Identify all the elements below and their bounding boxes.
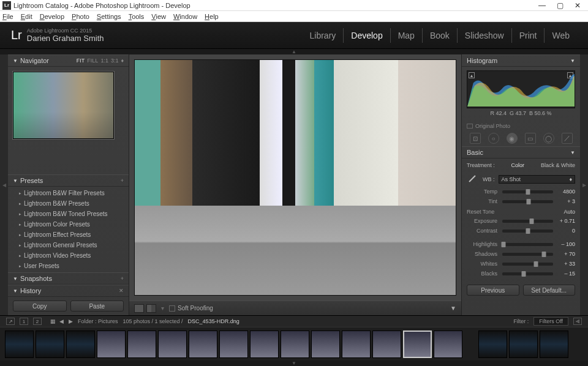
preset-folder[interactable]: Lightroom Color Presets xyxy=(8,219,129,230)
grid-view-icon[interactable]: ▦ xyxy=(50,318,55,324)
slider-value[interactable]: – 15 xyxy=(558,271,575,277)
preset-folder[interactable]: Lightroom Video Presets xyxy=(8,250,129,261)
filmstrip-thumb[interactable] xyxy=(219,331,248,358)
filter-value[interactable]: Filters Off xyxy=(533,317,568,326)
slider-value[interactable]: 4800 xyxy=(558,189,575,195)
add-preset-icon[interactable]: + xyxy=(121,177,124,184)
fwd-icon[interactable]: ▶ xyxy=(69,318,73,324)
filmstrip-thumb[interactable] xyxy=(97,331,126,358)
filmstrip-thumb[interactable] xyxy=(403,331,432,358)
slider-track[interactable] xyxy=(502,272,553,275)
slider-track[interactable] xyxy=(502,243,553,246)
brush-tool-icon[interactable]: ／ xyxy=(562,133,573,144)
preset-folder[interactable]: Lightroom Effect Presets xyxy=(8,230,129,240)
add-snapshot-icon[interactable]: + xyxy=(121,275,124,282)
filmstrip-thumb[interactable] xyxy=(342,331,371,358)
menu-file[interactable]: File xyxy=(2,13,13,20)
preset-folder[interactable]: Lightroom B&W Toned Presets xyxy=(8,209,129,219)
main-photo[interactable] xyxy=(134,59,456,296)
module-develop[interactable]: Develop xyxy=(343,28,390,43)
preset-folder[interactable]: User Presets xyxy=(8,261,129,271)
treatment-color[interactable]: Color xyxy=(511,162,525,168)
slider-track[interactable] xyxy=(502,200,553,203)
menu-help[interactable]: Help xyxy=(205,13,219,20)
module-print[interactable]: Print xyxy=(511,28,545,43)
slider-value[interactable]: 0 xyxy=(558,228,575,234)
filmstrip-thumb[interactable] xyxy=(372,331,401,358)
zoom-fit[interactable]: FIT xyxy=(77,58,85,64)
module-web[interactable]: Web xyxy=(544,28,577,43)
menu-settings[interactable]: Settings xyxy=(97,13,121,20)
filmstrip-thumb[interactable] xyxy=(478,331,507,358)
histogram[interactable]: ▲ ▲ R 42.4 G 43.7 B 50.6 % xyxy=(462,67,580,122)
redeye-tool-icon[interactable]: ◉ xyxy=(507,133,518,144)
back-icon[interactable]: ◀ xyxy=(59,318,64,324)
filmstrip-toggle[interactable]: ▼ xyxy=(0,360,588,366)
spot-tool-icon[interactable]: ○ xyxy=(488,133,499,144)
reset-tone[interactable]: Reset Tone xyxy=(467,209,494,215)
paste-button[interactable]: Paste xyxy=(70,301,124,312)
slider-value[interactable]: – 100 xyxy=(558,241,575,247)
slider-value[interactable]: + 3 xyxy=(558,198,575,204)
history-header[interactable]: ▼History ✕ xyxy=(8,285,129,297)
set-default-button[interactable]: Set Default... xyxy=(523,285,576,296)
left-panel-toggle[interactable]: ◀ xyxy=(0,54,8,315)
menu-window[interactable]: Window xyxy=(173,13,197,20)
presets-header[interactable]: ▼Presets + xyxy=(8,174,129,187)
filmstrip-thumb[interactable] xyxy=(189,331,217,358)
snapshots-header[interactable]: ▼Snapshots + xyxy=(8,272,129,285)
basic-header[interactable]: Basic▼ xyxy=(462,146,580,159)
previous-button[interactable]: Previous xyxy=(467,285,519,296)
loupe-view-icon[interactable] xyxy=(134,304,144,313)
slider-track[interactable] xyxy=(502,220,553,223)
main-window-btn[interactable]: 1 xyxy=(20,318,28,325)
zoom-3to1[interactable]: 3:1 xyxy=(111,58,119,64)
filmstrip-thumb[interactable] xyxy=(509,331,538,358)
slider-value[interactable]: + 33 xyxy=(558,261,575,267)
module-map[interactable]: Map xyxy=(390,28,422,43)
second-window-icon[interactable]: ↗ xyxy=(6,318,15,325)
navigator-preview[interactable] xyxy=(8,67,129,144)
auto-tone[interactable]: Auto xyxy=(564,209,575,215)
module-book[interactable]: Book xyxy=(422,28,457,43)
slider-track[interactable] xyxy=(502,253,553,256)
slider-track[interactable] xyxy=(502,263,553,266)
gradient-tool-icon[interactable]: ▭ xyxy=(525,133,536,144)
filmstrip[interactable] xyxy=(0,327,588,360)
filmstrip-thumb[interactable] xyxy=(434,331,462,358)
menu-develop[interactable]: Develop xyxy=(40,13,64,20)
filmstrip-thumb[interactable] xyxy=(66,331,95,358)
zoom-menu-icon[interactable]: ♦ xyxy=(121,58,124,64)
filmstrip-thumb[interactable] xyxy=(158,331,187,358)
crop-tool-icon[interactable]: ⊡ xyxy=(470,133,481,144)
toolbar-menu-icon[interactable]: ▼ xyxy=(450,305,456,312)
preset-folder[interactable]: Lightroom General Presets xyxy=(8,240,129,250)
second-window-btn[interactable]: 2 xyxy=(33,318,42,325)
filmstrip-thumb[interactable] xyxy=(5,331,34,358)
menu-view[interactable]: View xyxy=(151,13,166,20)
folder-path[interactable]: Folder : Pictures xyxy=(78,318,118,324)
zoom-fill[interactable]: FILL xyxy=(87,58,98,64)
radial-tool-icon[interactable]: ◯ xyxy=(543,133,554,144)
original-photo-toggle[interactable]: Original Photo xyxy=(462,122,580,130)
slider-value[interactable]: + 0.71 xyxy=(558,218,575,224)
slider-value[interactable]: + 70 xyxy=(558,251,575,257)
histogram-header[interactable]: Histogram ▼ xyxy=(462,54,580,67)
menu-edit[interactable]: Edit xyxy=(21,13,32,20)
slider-track[interactable] xyxy=(502,190,553,193)
filmstrip-thumb[interactable] xyxy=(36,331,64,358)
copy-button[interactable]: Copy xyxy=(13,301,67,312)
soft-proofing-checkbox[interactable] xyxy=(169,305,175,312)
before-after-icon[interactable] xyxy=(146,304,156,313)
wb-dropper-icon[interactable] xyxy=(467,173,479,185)
zoom-1to1[interactable]: 1:1 xyxy=(100,58,108,64)
navigator-header[interactable]: ▼ Navigator FIT FILL 1:1 3:1 ♦ xyxy=(8,54,129,67)
clear-history-icon[interactable]: ✕ xyxy=(119,288,124,294)
top-panel-toggle[interactable]: ▲ xyxy=(0,49,588,54)
preset-folder[interactable]: Lightroom B&W Filter Presets xyxy=(8,188,129,198)
filmstrip-thumb[interactable] xyxy=(311,331,340,358)
menu-photo[interactable]: Photo xyxy=(72,13,89,20)
filmstrip-thumb[interactable] xyxy=(540,331,568,358)
treatment-bw[interactable]: Black & White xyxy=(541,162,575,168)
filmstrip-thumb[interactable] xyxy=(281,331,309,358)
